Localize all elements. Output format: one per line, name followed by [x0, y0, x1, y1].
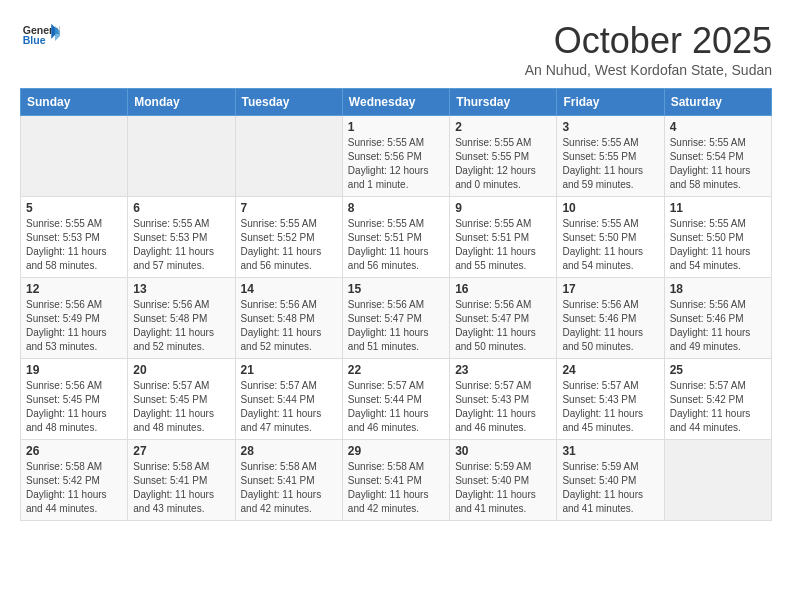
- column-header-wednesday: Wednesday: [342, 89, 449, 116]
- calendar-cell: 2Sunrise: 5:55 AM Sunset: 5:55 PM Daylig…: [450, 116, 557, 197]
- week-row-1: 1Sunrise: 5:55 AM Sunset: 5:56 PM Daylig…: [21, 116, 772, 197]
- day-info: Sunrise: 5:58 AM Sunset: 5:41 PM Dayligh…: [348, 460, 444, 516]
- day-number: 10: [562, 201, 658, 215]
- day-number: 11: [670, 201, 766, 215]
- week-row-3: 12Sunrise: 5:56 AM Sunset: 5:49 PM Dayli…: [21, 278, 772, 359]
- column-header-thursday: Thursday: [450, 89, 557, 116]
- title-section: October 2025 An Nuhud, West Kordofan Sta…: [525, 20, 772, 78]
- calendar-cell: 7Sunrise: 5:55 AM Sunset: 5:52 PM Daylig…: [235, 197, 342, 278]
- day-info: Sunrise: 5:58 AM Sunset: 5:42 PM Dayligh…: [26, 460, 122, 516]
- day-info: Sunrise: 5:55 AM Sunset: 5:50 PM Dayligh…: [562, 217, 658, 273]
- calendar-cell: 4Sunrise: 5:55 AM Sunset: 5:54 PM Daylig…: [664, 116, 771, 197]
- calendar-cell: 11Sunrise: 5:55 AM Sunset: 5:50 PM Dayli…: [664, 197, 771, 278]
- day-number: 22: [348, 363, 444, 377]
- day-number: 24: [562, 363, 658, 377]
- week-row-5: 26Sunrise: 5:58 AM Sunset: 5:42 PM Dayli…: [21, 440, 772, 521]
- day-info: Sunrise: 5:55 AM Sunset: 5:50 PM Dayligh…: [670, 217, 766, 273]
- day-info: Sunrise: 5:56 AM Sunset: 5:48 PM Dayligh…: [133, 298, 229, 354]
- day-info: Sunrise: 5:56 AM Sunset: 5:48 PM Dayligh…: [241, 298, 337, 354]
- day-number: 30: [455, 444, 551, 458]
- calendar-cell: 24Sunrise: 5:57 AM Sunset: 5:43 PM Dayli…: [557, 359, 664, 440]
- calendar-cell: 29Sunrise: 5:58 AM Sunset: 5:41 PM Dayli…: [342, 440, 449, 521]
- day-info: Sunrise: 5:55 AM Sunset: 5:51 PM Dayligh…: [348, 217, 444, 273]
- calendar-table: SundayMondayTuesdayWednesdayThursdayFrid…: [20, 88, 772, 521]
- calendar-cell: 26Sunrise: 5:58 AM Sunset: 5:42 PM Dayli…: [21, 440, 128, 521]
- day-info: Sunrise: 5:55 AM Sunset: 5:53 PM Dayligh…: [133, 217, 229, 273]
- calendar-cell: 23Sunrise: 5:57 AM Sunset: 5:43 PM Dayli…: [450, 359, 557, 440]
- day-info: Sunrise: 5:57 AM Sunset: 5:44 PM Dayligh…: [348, 379, 444, 435]
- column-header-friday: Friday: [557, 89, 664, 116]
- day-info: Sunrise: 5:56 AM Sunset: 5:47 PM Dayligh…: [348, 298, 444, 354]
- week-row-2: 5Sunrise: 5:55 AM Sunset: 5:53 PM Daylig…: [21, 197, 772, 278]
- calendar-cell: 3Sunrise: 5:55 AM Sunset: 5:55 PM Daylig…: [557, 116, 664, 197]
- day-number: 26: [26, 444, 122, 458]
- day-info: Sunrise: 5:55 AM Sunset: 5:51 PM Dayligh…: [455, 217, 551, 273]
- calendar-cell: 31Sunrise: 5:59 AM Sunset: 5:40 PM Dayli…: [557, 440, 664, 521]
- day-number: 6: [133, 201, 229, 215]
- day-number: 29: [348, 444, 444, 458]
- day-info: Sunrise: 5:55 AM Sunset: 5:52 PM Dayligh…: [241, 217, 337, 273]
- calendar-cell: 18Sunrise: 5:56 AM Sunset: 5:46 PM Dayli…: [664, 278, 771, 359]
- calendar-cell: 27Sunrise: 5:58 AM Sunset: 5:41 PM Dayli…: [128, 440, 235, 521]
- day-info: Sunrise: 5:56 AM Sunset: 5:47 PM Dayligh…: [455, 298, 551, 354]
- calendar-cell: 16Sunrise: 5:56 AM Sunset: 5:47 PM Dayli…: [450, 278, 557, 359]
- header-row: SundayMondayTuesdayWednesdayThursdayFrid…: [21, 89, 772, 116]
- day-number: 16: [455, 282, 551, 296]
- calendar-cell: 13Sunrise: 5:56 AM Sunset: 5:48 PM Dayli…: [128, 278, 235, 359]
- day-info: Sunrise: 5:59 AM Sunset: 5:40 PM Dayligh…: [562, 460, 658, 516]
- day-info: Sunrise: 5:55 AM Sunset: 5:53 PM Dayligh…: [26, 217, 122, 273]
- day-info: Sunrise: 5:57 AM Sunset: 5:44 PM Dayligh…: [241, 379, 337, 435]
- logo: General Blue: [20, 20, 60, 50]
- calendar-cell: [235, 116, 342, 197]
- calendar-cell: 12Sunrise: 5:56 AM Sunset: 5:49 PM Dayli…: [21, 278, 128, 359]
- day-number: 17: [562, 282, 658, 296]
- calendar-cell: 15Sunrise: 5:56 AM Sunset: 5:47 PM Dayli…: [342, 278, 449, 359]
- calendar-cell: 8Sunrise: 5:55 AM Sunset: 5:51 PM Daylig…: [342, 197, 449, 278]
- calendar-cell: 17Sunrise: 5:56 AM Sunset: 5:46 PM Dayli…: [557, 278, 664, 359]
- day-number: 7: [241, 201, 337, 215]
- calendar-cell: 28Sunrise: 5:58 AM Sunset: 5:41 PM Dayli…: [235, 440, 342, 521]
- day-info: Sunrise: 5:56 AM Sunset: 5:46 PM Dayligh…: [670, 298, 766, 354]
- day-number: 23: [455, 363, 551, 377]
- calendar-cell: 6Sunrise: 5:55 AM Sunset: 5:53 PM Daylig…: [128, 197, 235, 278]
- calendar-cell: 1Sunrise: 5:55 AM Sunset: 5:56 PM Daylig…: [342, 116, 449, 197]
- day-info: Sunrise: 5:55 AM Sunset: 5:55 PM Dayligh…: [562, 136, 658, 192]
- day-number: 14: [241, 282, 337, 296]
- logo-icon: General Blue: [20, 20, 60, 50]
- week-row-4: 19Sunrise: 5:56 AM Sunset: 5:45 PM Dayli…: [21, 359, 772, 440]
- column-header-sunday: Sunday: [21, 89, 128, 116]
- calendar-cell: [21, 116, 128, 197]
- day-number: 12: [26, 282, 122, 296]
- day-number: 1: [348, 120, 444, 134]
- calendar-cell: 25Sunrise: 5:57 AM Sunset: 5:42 PM Dayli…: [664, 359, 771, 440]
- day-number: 25: [670, 363, 766, 377]
- day-number: 21: [241, 363, 337, 377]
- day-number: 5: [26, 201, 122, 215]
- calendar-cell: 14Sunrise: 5:56 AM Sunset: 5:48 PM Dayli…: [235, 278, 342, 359]
- month-title: October 2025: [525, 20, 772, 62]
- column-header-tuesday: Tuesday: [235, 89, 342, 116]
- day-info: Sunrise: 5:57 AM Sunset: 5:42 PM Dayligh…: [670, 379, 766, 435]
- calendar-cell: 20Sunrise: 5:57 AM Sunset: 5:45 PM Dayli…: [128, 359, 235, 440]
- column-header-monday: Monday: [128, 89, 235, 116]
- day-info: Sunrise: 5:56 AM Sunset: 5:46 PM Dayligh…: [562, 298, 658, 354]
- day-number: 9: [455, 201, 551, 215]
- calendar-cell: 22Sunrise: 5:57 AM Sunset: 5:44 PM Dayli…: [342, 359, 449, 440]
- calendar-cell: 5Sunrise: 5:55 AM Sunset: 5:53 PM Daylig…: [21, 197, 128, 278]
- day-info: Sunrise: 5:56 AM Sunset: 5:45 PM Dayligh…: [26, 379, 122, 435]
- calendar-cell: 30Sunrise: 5:59 AM Sunset: 5:40 PM Dayli…: [450, 440, 557, 521]
- day-info: Sunrise: 5:57 AM Sunset: 5:43 PM Dayligh…: [455, 379, 551, 435]
- day-number: 4: [670, 120, 766, 134]
- location-subtitle: An Nuhud, West Kordofan State, Sudan: [525, 62, 772, 78]
- day-info: Sunrise: 5:57 AM Sunset: 5:45 PM Dayligh…: [133, 379, 229, 435]
- day-info: Sunrise: 5:55 AM Sunset: 5:55 PM Dayligh…: [455, 136, 551, 192]
- calendar-cell: 19Sunrise: 5:56 AM Sunset: 5:45 PM Dayli…: [21, 359, 128, 440]
- day-number: 8: [348, 201, 444, 215]
- day-info: Sunrise: 5:55 AM Sunset: 5:54 PM Dayligh…: [670, 136, 766, 192]
- calendar-cell: 10Sunrise: 5:55 AM Sunset: 5:50 PM Dayli…: [557, 197, 664, 278]
- calendar-cell: 9Sunrise: 5:55 AM Sunset: 5:51 PM Daylig…: [450, 197, 557, 278]
- day-number: 19: [26, 363, 122, 377]
- day-number: 15: [348, 282, 444, 296]
- day-number: 31: [562, 444, 658, 458]
- calendar-cell: [664, 440, 771, 521]
